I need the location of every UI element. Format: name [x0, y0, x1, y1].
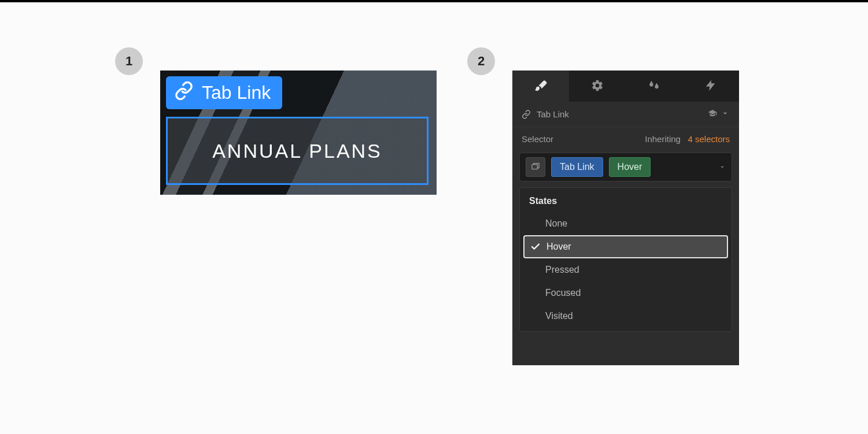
bolt-icon [704, 79, 717, 94]
gear-icon [591, 79, 604, 94]
state-option-label: None [545, 218, 567, 229]
state-option-none[interactable]: None [520, 212, 732, 235]
selected-element[interactable]: ANNUAL PLANS [166, 117, 429, 185]
states-dropdown: States None Hover Pressed Focused Visite… [519, 187, 732, 332]
state-option-label: Hover [546, 242, 571, 252]
selector-scope-button[interactable] [526, 157, 545, 177]
breadcrumb-label: Tab Link [537, 109, 569, 119]
element-tag[interactable]: Tab Link [166, 76, 282, 109]
canvas-preview: Tab Link ANNUAL PLANS [160, 71, 437, 195]
state-option-label: Visited [545, 311, 573, 321]
selector-row-label: Selector [522, 134, 553, 144]
state-option-focused[interactable]: Focused [520, 281, 732, 305]
states-dropdown-header: States [520, 194, 732, 212]
state-option-visited[interactable]: Visited [520, 305, 732, 328]
link-icon [522, 110, 531, 119]
class-chip[interactable]: Tab Link [551, 157, 603, 177]
panel-tabs [512, 71, 739, 102]
state-chip[interactable]: Hover [609, 157, 651, 177]
graduation-icon[interactable] [708, 109, 717, 120]
style-panel: Tab Link Selector Inheriting 4 selectors… [512, 71, 739, 365]
caret-down-icon [719, 162, 726, 172]
selector-row: Selector Inheriting 4 selectors [512, 127, 739, 150]
brush-icon [534, 79, 547, 94]
tab-interactions[interactable] [682, 71, 739, 102]
tab-effects[interactable] [626, 71, 682, 102]
state-option-label: Pressed [545, 265, 579, 275]
state-option-hover[interactable]: Hover [523, 235, 728, 258]
tab-style[interactable] [512, 71, 569, 102]
step-marker-1: 1 [115, 47, 143, 75]
inheritance-link[interactable]: Inheriting 4 selectors [645, 134, 730, 144]
chevron-down-icon[interactable] [721, 109, 730, 120]
state-dropdown-trigger[interactable] [719, 162, 726, 172]
tab-settings[interactable] [569, 71, 626, 102]
svg-rect-0 [532, 164, 537, 169]
droplets-icon [648, 79, 660, 94]
state-option-label: Focused [545, 288, 581, 298]
state-chip-label: Hover [618, 162, 642, 172]
element-tag-label: Tab Link [202, 83, 271, 102]
step-marker-2: 2 [467, 47, 495, 75]
check-icon [530, 242, 541, 252]
inheritance-prefix: Inheriting [645, 134, 681, 144]
link-icon [174, 81, 194, 103]
inheritance-count: 4 selectors [688, 134, 730, 144]
class-chip-label: Tab Link [560, 162, 594, 172]
selector-tagbar[interactable]: Tab Link Hover [519, 153, 732, 181]
selector-scope-icon [531, 162, 540, 173]
state-option-pressed[interactable]: Pressed [520, 258, 732, 281]
selected-element-text: ANNUAL PLANS [212, 140, 382, 162]
breadcrumb: Tab Link [512, 102, 739, 127]
